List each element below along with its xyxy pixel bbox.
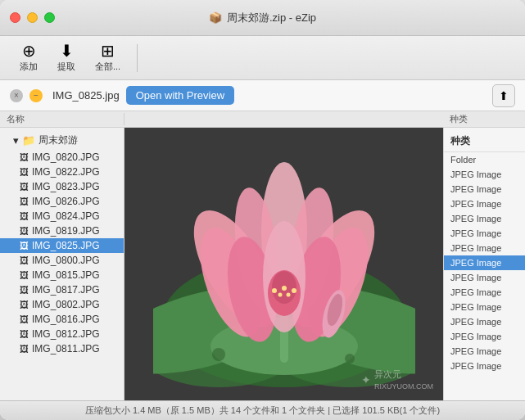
watermark: ✦ 异次元 RIXUYUOM.COM [361, 368, 433, 391]
window-title: 📦 周末郊游.zip - eZip [209, 11, 316, 25]
sidebar-item[interactable]: 🖼IMG_0811.JPG [0, 341, 124, 356]
sidebar-item[interactable]: 🖼IMG_0823.JPG [0, 179, 124, 194]
sidebar-item-label: IMG_0822.JPG [32, 166, 100, 178]
lotus-svg [153, 133, 415, 395]
kind-item[interactable]: JPEG Image [444, 344, 525, 359]
file-icon: 🖼 [20, 300, 29, 309]
folder-icon: 📁 [22, 134, 35, 147]
file-icon: 🖼 [20, 196, 29, 206]
file-icon: 🖼 [20, 241, 29, 251]
sidebar-item[interactable]: 🖼IMG_0824.JPG [0, 209, 124, 224]
watermark-text: 异次元 RIXUYUOM.COM [374, 368, 433, 391]
preview-toolbar: × − IMG_0825.jpg Open with Preview ⬆ [0, 80, 525, 111]
sidebar-item[interactable]: 🖼IMG_0812.JPG [0, 327, 124, 341]
traffic-lights [10, 12, 55, 23]
title-icon: 📦 [209, 11, 222, 24]
kind-item[interactable]: JPEG Image [444, 182, 525, 196]
sidebar-item-label: IMG_0815.JPG [32, 269, 100, 281]
kind-item[interactable]: JPEG Image [444, 314, 525, 329]
sidebar-item[interactable]: 🖼IMG_0817.JPG [0, 282, 124, 297]
kind-item[interactable]: JPEG Image [444, 211, 525, 226]
sidebar-item-label: IMG_0820.JPG [32, 151, 100, 163]
sidebar-item-label: IMG_0800.JPG [32, 255, 100, 266]
sidebar-item[interactable]: 🖼IMG_0825.JPG [0, 238, 124, 253]
kind-item[interactable]: Folder [444, 152, 525, 167]
file-icon: 🖼 [20, 152, 29, 162]
minimize-button[interactable] [27, 12, 38, 23]
kind-item[interactable]: JPEG Image [444, 196, 525, 211]
extract-label: 提取 [57, 61, 75, 73]
all-icon: ⊞ [101, 43, 115, 59]
toolbar-separator [137, 44, 138, 72]
statusbar-text: 压缩包大小 1.4 MB（原 1.5 MB）共 14 个文件和 1 个文件夹 |… [85, 404, 440, 417]
all-label: 全部... [95, 61, 120, 73]
main-window: 📦 周末郊游.zip - eZip ⊕ 添加 ⬇ 提取 ⊞ 全部... × − … [0, 0, 525, 420]
sidebar-item-label: IMG_0817.JPG [32, 284, 100, 296]
sidebar-item-label: IMG_0802.JPG [32, 299, 100, 310]
sidebar-item[interactable]: 🖼IMG_0802.JPG [0, 297, 124, 312]
sidebar-item[interactable]: 🖼IMG_0816.JPG [0, 312, 124, 327]
titlebar: 📦 周末郊游.zip - eZip [0, 0, 525, 36]
add-icon: ⊕ [22, 43, 36, 59]
sidebar-folder[interactable]: ▾ 📁 周末郊游 [0, 131, 124, 150]
sidebar-item[interactable]: 🖼IMG_0800.JPG [0, 253, 124, 268]
sidebar-item-label: IMG_0825.JPG [32, 240, 100, 251]
sidebar-item[interactable]: 🖼IMG_0819.JPG [0, 224, 124, 238]
file-icon: 🖼 [20, 344, 29, 354]
svg-point-19 [272, 288, 277, 293]
sidebar-item[interactable]: 🖼IMG_0822.JPG [0, 165, 124, 179]
preview-area: ✦ 异次元 RIXUYUOM.COM [124, 128, 443, 400]
add-label: 添加 [20, 61, 38, 73]
svg-point-22 [278, 292, 282, 296]
kind-panel-header: 种类 [444, 131, 525, 152]
sidebar-item-label: IMG_0816.JPG [32, 314, 100, 325]
share-icon: ⬆ [499, 89, 509, 102]
kind-item[interactable]: JPEG Image [444, 255, 525, 270]
name-column-header: 名称 [0, 113, 124, 125]
file-icon: 🖼 [20, 167, 29, 177]
open-with-preview-button[interactable]: Open with Preview [126, 86, 234, 105]
all-button[interactable]: ⊞ 全部... [88, 39, 127, 76]
svg-point-21 [292, 288, 296, 293]
sidebar-item[interactable]: 🖼IMG_0826.JPG [0, 194, 124, 209]
maximize-button[interactable] [44, 12, 55, 23]
kind-item[interactable]: JPEG Image [444, 241, 525, 255]
columns-header: 名称 种类 [0, 111, 525, 128]
preview-close-button[interactable]: × [10, 89, 23, 102]
close-button[interactable] [10, 12, 20, 23]
add-button[interactable]: ⊕ 添加 [13, 39, 44, 76]
kind-panel: 种类 FolderJPEG ImageJPEG ImageJPEG ImageJ… [443, 128, 525, 400]
sidebar-item-label: IMG_0823.JPG [32, 181, 100, 192]
extract-button[interactable]: ⬇ 提取 [51, 39, 82, 76]
file-icon: 🖼 [20, 226, 29, 236]
sidebar-item[interactable]: 🖼IMG_0820.JPG [0, 150, 124, 165]
file-icon: 🖼 [20, 270, 29, 280]
svg-point-26 [212, 348, 225, 361]
preview-minimize-button[interactable]: − [29, 89, 43, 102]
kind-item[interactable]: JPEG Image [444, 300, 525, 314]
folder-expand-icon: ▾ [13, 134, 19, 147]
sidebar-item-label: IMG_0826.JPG [32, 196, 100, 207]
sidebar-item-label: IMG_0824.JPG [32, 210, 100, 222]
preview-filename: IMG_0825.jpg [52, 89, 120, 102]
extract-icon: ⬇ [60, 43, 74, 59]
file-icon: 🖼 [20, 211, 29, 221]
main-content: ▾ 📁 周末郊游 🖼IMG_0820.JPG🖼IMG_0822.JPG🖼IMG_… [0, 128, 525, 400]
share-button[interactable]: ⬆ [492, 84, 515, 107]
svg-point-27 [345, 354, 355, 364]
kind-item[interactable]: JPEG Image [444, 359, 525, 373]
file-icon: 🖼 [20, 182, 29, 192]
file-icon: 🖼 [20, 285, 29, 295]
sidebar-item-label: IMG_0812.JPG [32, 328, 100, 340]
svg-point-23 [286, 292, 290, 296]
sidebar-item[interactable]: 🖼IMG_0815.JPG [0, 268, 124, 282]
kind-item[interactable]: JPEG Image [444, 167, 525, 182]
kind-item[interactable]: JPEG Image [444, 285, 525, 300]
svg-point-20 [282, 286, 287, 291]
file-icon: 🖼 [20, 255, 29, 265]
kind-item[interactable]: JPEG Image [444, 226, 525, 241]
sidebar-item-label: IMG_0819.JPG [32, 225, 100, 237]
kind-item[interactable]: JPEG Image [444, 270, 525, 285]
kind-column-header: 种类 [443, 113, 525, 125]
kind-item[interactable]: JPEG Image [444, 329, 525, 344]
